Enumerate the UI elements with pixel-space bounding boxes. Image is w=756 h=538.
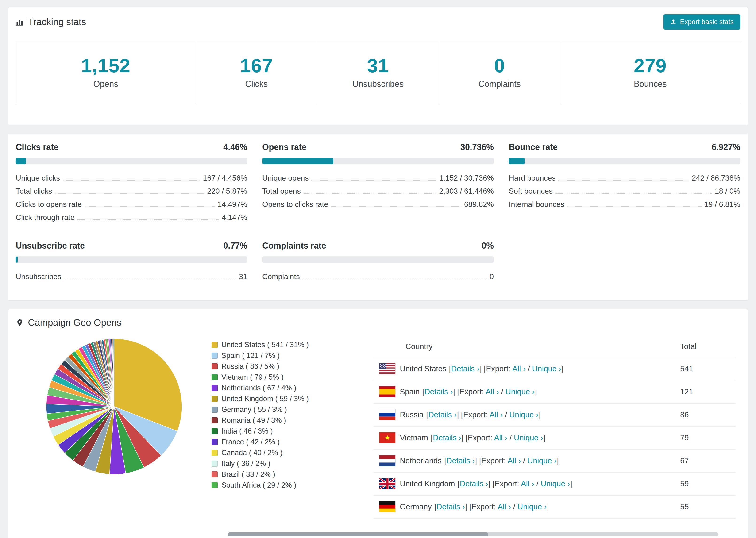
geo-opens-card: Campaign Geo Opens United States ( 541 /… bbox=[8, 309, 748, 538]
country-name: Germany bbox=[400, 502, 432, 511]
country-total: 121 bbox=[680, 387, 730, 396]
dotted-leader bbox=[55, 193, 204, 194]
details-link[interactable]: Details › bbox=[428, 410, 457, 419]
rate-detail-rows: Unsubscribes 31 bbox=[16, 270, 247, 283]
export-unique-link[interactable]: Unique › bbox=[532, 364, 561, 373]
dotted-leader bbox=[303, 193, 436, 194]
country-name: Vietnam bbox=[400, 433, 428, 442]
dotted-leader bbox=[303, 279, 487, 279]
export-all-link[interactable]: All › bbox=[508, 456, 521, 465]
stat-line-value: 2,303 / 61.446% bbox=[439, 187, 494, 195]
bar-chart-icon bbox=[16, 18, 24, 26]
legend-item[interactable]: Canada ( 40 / 2% ) bbox=[212, 449, 334, 457]
export-basic-stats-button[interactable]: Export basic stats bbox=[664, 14, 740, 29]
export-unique-link[interactable]: Unique › bbox=[517, 502, 547, 511]
country-flag-icon bbox=[379, 478, 396, 489]
legend-item[interactable]: United Kingdom ( 59 / 3% ) bbox=[212, 395, 334, 403]
stat-line-label: Total clicks bbox=[16, 187, 52, 195]
legend-color-swatch bbox=[212, 417, 218, 423]
legend-label: Brazil ( 33 / 2% ) bbox=[221, 470, 275, 479]
stat-value: 167 bbox=[198, 55, 315, 76]
table-row: Vietnam [Details ›] [Export: All › / Uni… bbox=[374, 426, 735, 450]
legend-label: Vietnam ( 79 / 5% ) bbox=[221, 373, 284, 381]
details-link[interactable]: Details › bbox=[424, 387, 453, 396]
legend-color-swatch bbox=[212, 385, 218, 391]
geo-table: Country Total United States [Details ›] … bbox=[374, 337, 735, 518]
stat-box: 0 Complaints bbox=[439, 43, 561, 104]
rate-panel: Unsubscribe rate 0.77% Unsubscribes 31 bbox=[16, 241, 247, 283]
legend-label: Romania ( 49 / 3% ) bbox=[221, 416, 286, 425]
export-all-link[interactable]: All › bbox=[512, 364, 526, 373]
country-flag-icon bbox=[379, 432, 396, 443]
country-flag-icon bbox=[379, 455, 396, 466]
geo-pie-wrap bbox=[45, 337, 183, 476]
horizontal-scrollbar[interactable] bbox=[228, 532, 719, 536]
legend-item[interactable]: South Africa ( 29 / 2% ) bbox=[212, 481, 334, 489]
table-row: Spain [Details ›] [Export: All › / Uniqu… bbox=[374, 381, 735, 404]
rate-progress-fill bbox=[262, 158, 333, 164]
tracking-stats-card: Tracking stats Export basic stats 1,152 … bbox=[8, 7, 748, 125]
export-all-link[interactable]: All › bbox=[521, 479, 534, 488]
stat-line-label: Soft bounces bbox=[509, 187, 553, 195]
stat-line-label: Unique clicks bbox=[16, 174, 60, 183]
details-link[interactable]: Details › bbox=[460, 479, 488, 488]
legend-label: Netherlands ( 67 / 4% ) bbox=[221, 384, 296, 392]
details-link[interactable]: Details › bbox=[446, 456, 475, 465]
scrollbar-thumb[interactable] bbox=[228, 532, 488, 536]
legend-item[interactable]: India ( 46 / 3% ) bbox=[212, 427, 334, 435]
dotted-leader bbox=[558, 180, 689, 181]
legend-color-swatch bbox=[212, 439, 218, 445]
legend-label: Italy ( 36 / 2% ) bbox=[221, 459, 270, 468]
stat-value: 31 bbox=[320, 55, 436, 76]
details-link[interactable]: Details › bbox=[451, 364, 479, 373]
stat-line-label: Hard bounces bbox=[509, 174, 556, 183]
country-total: 67 bbox=[680, 456, 730, 465]
legend-label: United Kingdom ( 59 / 3% ) bbox=[221, 395, 309, 403]
export-unique-link[interactable]: Unique › bbox=[541, 479, 570, 488]
legend-item[interactable]: Romania ( 49 / 3% ) bbox=[212, 416, 334, 425]
country-flag-icon bbox=[379, 363, 396, 374]
rates-grid: Clicks rate 4.46% Unique clicks 167 / 4.… bbox=[16, 142, 740, 283]
legend-item[interactable]: Germany ( 55 / 3% ) bbox=[212, 405, 334, 414]
stat-box: 31 Unsubscribes bbox=[317, 43, 439, 104]
dotted-leader bbox=[63, 180, 200, 181]
legend-item[interactable]: Vietnam ( 79 / 5% ) bbox=[212, 373, 334, 381]
legend-item[interactable]: Spain ( 121 / 7% ) bbox=[212, 351, 334, 360]
export-unique-link[interactable]: Unique › bbox=[527, 456, 557, 465]
stat-line-value: 19 / 6.81% bbox=[704, 200, 740, 209]
export-all-link[interactable]: All › bbox=[490, 410, 503, 419]
country-total: 59 bbox=[680, 479, 730, 488]
table-row: United Kingdom [Details ›] [Export: All … bbox=[374, 472, 735, 496]
export-all-link[interactable]: All › bbox=[498, 502, 511, 511]
export-unique-link[interactable]: Unique › bbox=[514, 433, 543, 442]
legend-label: United States ( 541 / 31% ) bbox=[221, 341, 309, 349]
geo-pie-chart[interactable] bbox=[45, 337, 183, 476]
geo-body: United States ( 541 / 31% ) Spain ( 121 … bbox=[16, 337, 740, 518]
stat-line: Complaints 0 bbox=[262, 270, 494, 283]
stats-summary-row: 1,152 Opens 167 Clicks 31 Unsubscribes 0… bbox=[16, 43, 740, 104]
export-all-link[interactable]: All › bbox=[494, 433, 507, 442]
legend-item[interactable]: Netherlands ( 67 / 4% ) bbox=[212, 384, 334, 392]
details-link[interactable]: Details › bbox=[433, 433, 461, 442]
legend-item[interactable]: Brazil ( 33 / 2% ) bbox=[212, 470, 334, 479]
legend-item[interactable]: United States ( 541 / 31% ) bbox=[212, 341, 334, 349]
legend-label: Canada ( 40 / 2% ) bbox=[221, 449, 283, 457]
rate-title: Complaints rate bbox=[262, 241, 326, 251]
legend-label: India ( 46 / 3% ) bbox=[221, 427, 273, 435]
country-name: United States bbox=[400, 364, 446, 373]
rate-panel: Clicks rate 4.46% Unique clicks 167 / 4.… bbox=[16, 142, 247, 224]
legend-item[interactable]: Italy ( 36 / 2% ) bbox=[212, 459, 334, 468]
legend-item[interactable]: Russia ( 86 / 5% ) bbox=[212, 362, 334, 371]
stat-line-label: Unsubscribes bbox=[16, 272, 61, 281]
details-link[interactable]: Details › bbox=[436, 502, 465, 511]
dotted-leader bbox=[84, 206, 215, 207]
rate-detail-rows: Hard bounces 242 / 86.738% Soft bounces … bbox=[509, 171, 740, 211]
rate-progress-bar bbox=[16, 158, 247, 164]
export-all-link[interactable]: All › bbox=[486, 387, 499, 396]
legend-item[interactable]: France ( 42 / 2% ) bbox=[212, 438, 334, 446]
tracking-stats-header: Tracking stats Export basic stats bbox=[16, 14, 740, 29]
export-unique-link[interactable]: Unique › bbox=[509, 410, 539, 419]
stat-label: Clicks bbox=[198, 79, 315, 89]
rate-value: 6.927% bbox=[712, 142, 740, 152]
export-unique-link[interactable]: Unique › bbox=[506, 387, 535, 396]
